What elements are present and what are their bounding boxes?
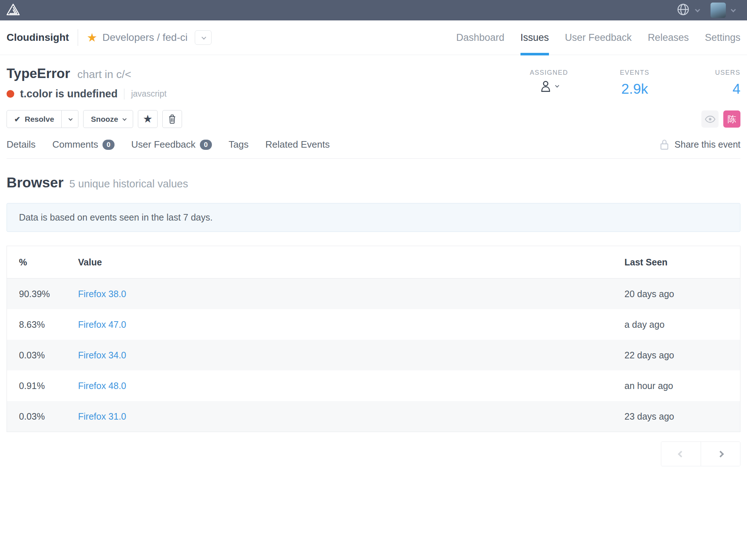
pct-bar: [7, 340, 66, 342]
issue-culprit: chart in c/<: [77, 68, 131, 81]
issue-message: t.color is undefined: [20, 88, 117, 100]
subscribe-button[interactable]: [701, 110, 719, 128]
user-chevron-down-icon[interactable]: [731, 7, 736, 12]
table-row: 0.03% Firefox 34.0 22 days ago: [7, 340, 740, 370]
participant-badge[interactable]: 陈: [723, 110, 740, 128]
section-header: Browser 5 unique historical values: [7, 175, 740, 191]
delete-button[interactable]: [162, 110, 182, 128]
eye-icon: [705, 115, 716, 123]
row-pct: 90.39%: [7, 289, 66, 299]
assigned-label: ASSIGNED: [529, 69, 569, 77]
trash-icon: [168, 114, 177, 124]
share-event-button[interactable]: Share this event: [659, 139, 740, 150]
primary-nav: Dashboard Issues User Feedback Releases …: [456, 20, 740, 55]
app-header: Cloudinsight ★ Developers / fed-ci Dashb…: [0, 20, 747, 55]
globe-icon[interactable]: [676, 3, 690, 18]
tag-values-table: % Value Last Seen 90.39% Firefox 38.0 20…: [7, 246, 740, 432]
lock-icon: [659, 139, 669, 150]
issue-logger-tag: javascript: [131, 89, 166, 99]
users-count[interactable]: 4: [700, 81, 740, 97]
nav-settings[interactable]: Settings: [705, 20, 740, 55]
tag-value-link[interactable]: Firefox 31.0: [78, 411, 126, 421]
nav-releases[interactable]: Releases: [648, 20, 689, 55]
project-name[interactable]: Developers / fed-ci: [102, 32, 187, 43]
table-row: 0.91% Firefox 48.0 an hour ago: [7, 370, 740, 401]
row-last-seen: a day ago: [612, 319, 740, 330]
row-last-seen: an hour ago: [612, 381, 740, 391]
issue-tabs-row: Details Comments 0 User Feedback 0 Tags …: [7, 139, 740, 159]
top-bar: [0, 0, 747, 20]
tab-user-feedback[interactable]: User Feedback 0: [131, 139, 212, 150]
events-count[interactable]: 2.9k: [615, 81, 655, 97]
table-row: 0.03% Firefox 31.0 23 days ago: [7, 401, 740, 432]
pct-bar: [7, 309, 66, 311]
tab-tags[interactable]: Tags: [229, 139, 249, 150]
row-pct: 0.91%: [7, 381, 66, 391]
snooze-chevron-down-icon: [123, 116, 127, 120]
row-last-seen: 23 days ago: [612, 411, 740, 422]
table-header-row: % Value Last Seen: [7, 246, 740, 279]
user-feedback-count-badge: 0: [200, 140, 212, 150]
row-pct: 0.03%: [7, 350, 66, 361]
pagination: [661, 442, 740, 466]
snooze-button[interactable]: Snooze: [83, 110, 133, 128]
users-label: USERS: [700, 69, 740, 77]
data-range-notice: Data is based on events seen in the last…: [7, 203, 740, 232]
previous-page-button[interactable]: [661, 442, 701, 466]
resolve-dropdown-button[interactable]: [62, 110, 78, 128]
assignee-selector[interactable]: [529, 79, 569, 93]
issue-actions: ✔ Resolve Snooze ★: [7, 110, 740, 128]
row-pct: 0.03%: [7, 411, 66, 422]
events-label: EVENTS: [615, 69, 655, 77]
pct-bar: [7, 401, 66, 403]
nav-issues[interactable]: Issues: [520, 20, 549, 55]
error-level-dot: [7, 90, 14, 98]
tag-unique-values: 5 unique historical values: [69, 178, 188, 190]
tag-value-link[interactable]: Firefox 47.0: [78, 319, 126, 330]
check-icon: ✔: [14, 115, 20, 124]
star-icon: ★: [143, 113, 152, 125]
col-header-pct: %: [7, 257, 66, 268]
avatar[interactable]: [711, 3, 726, 18]
comments-count-badge: 0: [102, 140, 115, 150]
row-last-seen: 20 days ago: [612, 289, 740, 299]
table-row: 8.63% Firefox 47.0 a day ago: [7, 309, 740, 340]
resolve-button[interactable]: ✔ Resolve: [7, 110, 62, 128]
chevron-left-icon: [678, 451, 684, 457]
nav-dashboard[interactable]: Dashboard: [456, 20, 504, 55]
nav-user-feedback[interactable]: User Feedback: [565, 20, 632, 55]
chevron-right-icon: [717, 451, 724, 457]
tag-value-link[interactable]: Firefox 48.0: [78, 381, 126, 391]
row-pct: 8.63%: [7, 319, 66, 330]
globe-chevron-down-icon[interactable]: [695, 7, 700, 12]
issue-header: TypeError chart in c/< t.color is undefi…: [7, 55, 740, 100]
bookmark-button[interactable]: ★: [138, 110, 158, 128]
issue-title: TypeError: [7, 66, 70, 81]
tag-value-link[interactable]: Firefox 38.0: [78, 289, 126, 299]
org-name[interactable]: Cloudinsight: [7, 32, 69, 43]
project-star-icon[interactable]: ★: [87, 31, 97, 44]
row-last-seen: 22 days ago: [612, 350, 740, 361]
message-divider: [124, 89, 124, 100]
header-divider: [78, 29, 78, 46]
sentry-logo-icon[interactable]: [6, 3, 20, 18]
tag-value-link[interactable]: Firefox 34.0: [78, 350, 126, 360]
assignee-chevron-down-icon: [555, 83, 559, 88]
col-header-value: Value: [66, 257, 612, 268]
table-row: 90.39% Firefox 38.0 20 days ago: [7, 279, 740, 309]
project-switcher-button[interactable]: [195, 30, 212, 45]
tab-comments[interactable]: Comments 0: [52, 139, 114, 150]
issue-stats: ASSIGNED EVENTS 2.9k USERS 4: [529, 66, 740, 100]
col-header-last-seen: Last Seen: [612, 257, 740, 268]
pct-bar: [7, 370, 66, 373]
next-page-button[interactable]: [701, 442, 740, 466]
tab-related-events[interactable]: Related Events: [266, 139, 330, 150]
pct-bar: [7, 279, 66, 281]
resolve-chevron-down-icon: [69, 116, 73, 120]
tab-details[interactable]: Details: [7, 139, 35, 150]
tag-name-title: Browser: [7, 175, 63, 191]
